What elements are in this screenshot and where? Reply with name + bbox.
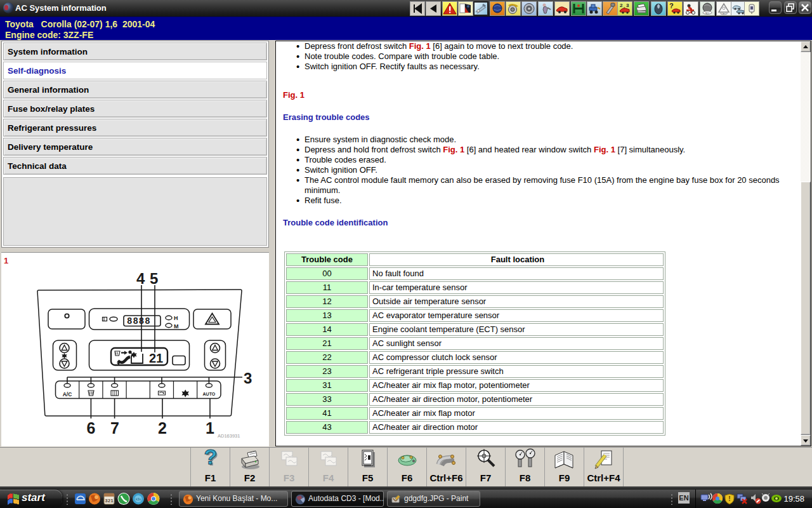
svg-text:2: 2 xyxy=(158,419,167,437)
svg-text:7: 7 xyxy=(110,419,119,437)
svg-text:CEO: CEO xyxy=(721,12,727,15)
svg-text:?: ? xyxy=(669,2,674,10)
svg-text:3: 3 xyxy=(244,370,252,387)
svg-text:AD163931: AD163931 xyxy=(218,433,240,439)
svg-text:3: 3 xyxy=(626,3,629,8)
svg-text:M: M xyxy=(174,323,179,330)
svg-text:S/C: S/C xyxy=(705,11,710,15)
svg-text:A/C: A/C xyxy=(63,391,72,398)
svg-text:AUTO: AUTO xyxy=(203,392,216,396)
svg-text:k3s: k3s xyxy=(136,497,141,501)
svg-text:!: ! xyxy=(728,495,730,502)
svg-text:5: 5 xyxy=(150,270,158,287)
svg-text:4: 4 xyxy=(136,270,145,287)
svg-text:?: ? xyxy=(204,448,217,469)
svg-text:6: 6 xyxy=(86,419,95,437)
svg-text:1: 1 xyxy=(206,419,214,437)
svg-text:8888: 8888 xyxy=(127,316,151,326)
svg-text:2: 2 xyxy=(620,3,623,8)
svg-text:H: H xyxy=(174,315,178,321)
svg-text:321: 321 xyxy=(105,498,114,504)
svg-text:21: 21 xyxy=(149,351,163,365)
